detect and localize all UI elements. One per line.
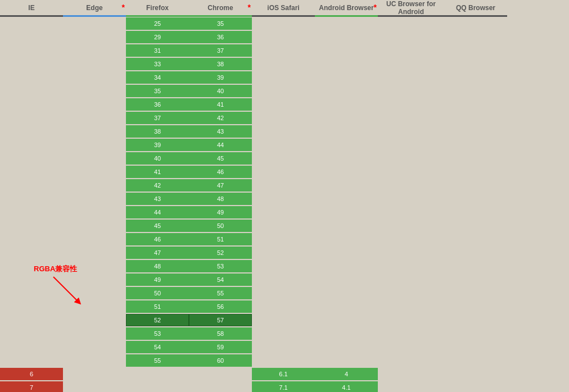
ch-44: 44 — [189, 139, 252, 151]
ch-60: 60 — [189, 354, 252, 367]
ff-45: 45 — [126, 220, 189, 232]
ch-52: 52 — [189, 247, 252, 259]
svg-line-1 — [53, 277, 79, 302]
header-chrome: Chrome * — [189, 0, 252, 17]
ie-cell-7: 7 — [0, 381, 63, 392]
ff-46: 46 — [126, 233, 189, 245]
ios-label: iOS Safari — [267, 4, 299, 12]
col-edge: Edge * 12 13 14 15 — [63, 0, 126, 392]
android-asterisk: * — [374, 3, 377, 12]
ff-25: 25 — [126, 17, 189, 30]
edge-asterisk: * — [122, 3, 125, 12]
header-ie: IE — [0, 0, 63, 17]
ff-35: 35 — [126, 85, 189, 97]
annotation-label: RGBA兼容性 — [34, 265, 77, 273]
header-android: Android Browser * — [315, 0, 378, 17]
ch-40: 40 — [189, 85, 252, 97]
ch-56: 56 — [189, 300, 252, 313]
ch-39: 39 — [189, 71, 252, 84]
annotation-arrow — [51, 274, 84, 308]
ch-47: 47 — [189, 179, 252, 192]
browser-compatibility-table: IE 6 7 8 9 10 11 Edge * 12 13 14 15 Fire… — [0, 0, 569, 392]
ie-label: IE — [28, 4, 34, 12]
col-chrome: Chrome * 35 36 37 38 39 40 41 42 43 44 4… — [189, 0, 252, 392]
ff-36: 36 — [126, 98, 189, 111]
ff-38: 38 — [126, 125, 189, 138]
ff-52: 52 — [126, 314, 189, 326]
ff-33: 33 — [126, 58, 189, 70]
edge-label: Edge — [86, 4, 102, 12]
and-4: 4 — [315, 368, 378, 380]
ff-53: 53 — [126, 327, 189, 340]
ff-34: 34 — [126, 71, 189, 84]
qq-label: QQ Browser — [456, 4, 495, 12]
col-firefox: Firefox 25 29 31 33 34 35 36 37 38 39 40… — [126, 0, 189, 392]
uc-label: UC Browser for Android — [378, 0, 444, 16]
ff-41: 41 — [126, 166, 189, 178]
ch-41: 41 — [189, 98, 252, 111]
col-uc: UC Browser for Android 11 — [378, 0, 444, 392]
ch-51: 51 — [189, 233, 252, 245]
ch-36: 36 — [189, 31, 252, 43]
ch-45: 45 — [189, 152, 252, 165]
ch-55: 55 — [189, 287, 252, 299]
header-qq: QQ Browser — [444, 0, 507, 17]
ff-50: 50 — [126, 287, 189, 299]
ie-cell-6: 6 — [0, 368, 63, 380]
ff-54: 54 — [126, 341, 189, 353]
header-ios: iOS Safari — [252, 0, 315, 17]
ch-35: 35 — [189, 17, 252, 30]
ch-54: 54 — [189, 274, 252, 286]
ch-53: 53 — [189, 260, 252, 272]
ios-7.1: 7.1 — [252, 381, 315, 392]
ch-58: 58 — [189, 327, 252, 340]
header-edge: Edge * — [63, 0, 126, 17]
ff-31: 31 — [126, 44, 189, 57]
ff-48: 48 — [126, 260, 189, 272]
ff-37: 37 — [126, 112, 189, 124]
ff-29: 29 — [126, 31, 189, 43]
ch-42: 42 — [189, 112, 252, 124]
ch-38: 38 — [189, 58, 252, 70]
firefox-label: Firefox — [146, 4, 169, 12]
header-firefox: Firefox — [126, 0, 189, 17]
ch-50: 50 — [189, 220, 252, 232]
col-android: Android Browser * 4 4.1 4.3 4.4 4.4.4 53 — [315, 0, 378, 392]
chrome-asterisk: * — [248, 3, 251, 12]
ch-59: 59 — [189, 341, 252, 353]
ch-46: 46 — [189, 166, 252, 178]
ff-47: 47 — [126, 247, 189, 259]
ff-39: 39 — [126, 139, 189, 151]
ff-42: 42 — [126, 179, 189, 192]
ch-49: 49 — [189, 206, 252, 218]
col-ios: iOS Safari 6.1 7.1 8.4 9.2 9.3 10.2 — [252, 0, 315, 392]
chrome-label: Chrome — [207, 4, 233, 12]
ff-49: 49 — [126, 274, 189, 286]
ch-48: 48 — [189, 193, 252, 205]
col-ie: IE 6 7 8 9 10 11 — [0, 0, 63, 392]
and-4.1: 4.1 — [315, 381, 378, 392]
ff-51: 51 — [126, 300, 189, 313]
ff-40: 40 — [126, 152, 189, 165]
ff-43: 43 — [126, 193, 189, 205]
ios-6.1: 6.1 — [252, 368, 315, 380]
android-label: Android Browser — [319, 4, 373, 12]
rgba-annotation: RGBA兼容性 — [34, 264, 77, 274]
col-qq: QQ Browser 1.2 — [444, 0, 507, 392]
ff-55: 55 — [126, 354, 189, 367]
ch-37: 37 — [189, 44, 252, 57]
header-uc: UC Browser for Android — [378, 0, 444, 17]
ch-57: 57 — [189, 314, 252, 326]
ch-43: 43 — [189, 125, 252, 138]
ff-44: 44 — [126, 206, 189, 218]
